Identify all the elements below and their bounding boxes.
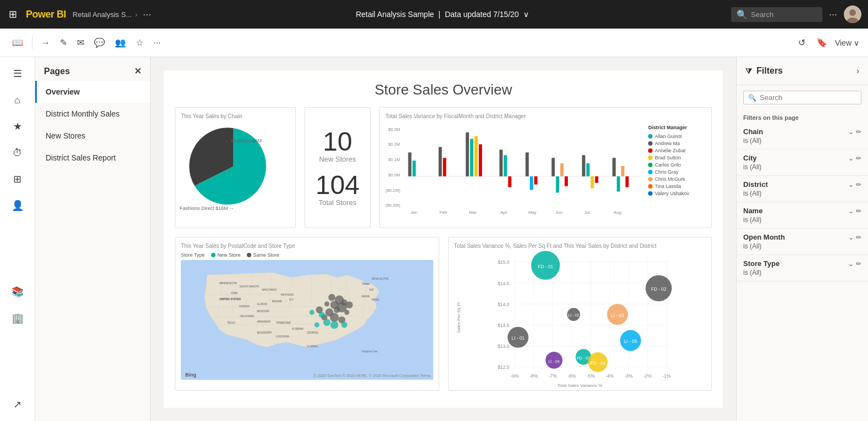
view-label: View [835,38,852,47]
bar-apr-2[interactable] [504,155,507,176]
bar-feb-2[interactable] [443,158,446,176]
bar-may-neg-2[interactable] [534,176,538,185]
mail-icon[interactable]: ✉ [74,34,87,51]
map-chart-title: This Year Sales by PostalCode and Store … [181,243,433,249]
bar-jul-neg-2[interactable] [595,176,598,183]
nav-search-input[interactable] [751,10,817,19]
bar-aug-neg-2[interactable] [626,176,629,187]
filters-search-box[interactable]: 🔍 [743,91,861,104]
sidebar-item-learn[interactable]: 📚 [5,280,30,304]
map-dot-new-4[interactable] [314,323,319,328]
page-item-district-sales-report[interactable]: District Sales Report [35,147,150,169]
user-avatar[interactable] [844,5,861,23]
bar-mar-3[interactable] [474,136,478,176]
filter-chain-clear[interactable]: ✏ [856,128,861,136]
report-title: Retail Analysis Sample [356,10,434,19]
sidebar-item-apps[interactable]: ⊞ [5,167,30,191]
filter-city-chevron[interactable]: ⌄ [848,154,854,162]
map-dot-5[interactable] [324,301,329,306]
filter-open-month-chevron[interactable]: ⌄ [848,234,854,241]
bing-logo: Bing [185,372,196,378]
sidebar-item-shared[interactable]: 👤 [5,193,30,218]
edit-icon[interactable]: ✎ [57,34,70,51]
bar-mar-2[interactable] [470,139,473,176]
bar-aug-neg-1[interactable] [617,176,620,192]
bar-jan-1[interactable] [408,152,412,176]
bar-aug-2[interactable] [621,166,624,176]
map-dot-new-5[interactable] [330,321,339,329]
chat-icon[interactable]: 💬 [91,34,108,51]
filter-city-clear[interactable]: ✏ [856,154,861,162]
filters-search-input[interactable] [760,93,856,102]
store-type-legend: Store Type New Store Same Store [181,252,433,258]
bar-jul-1[interactable] [582,155,585,176]
toolbar-more-icon[interactable]: ··· [150,35,164,51]
bubble-chart-content: Sales Per Sq Ft $15.0 $14.5 $14.0 $13.5 … [454,252,706,383]
breadcrumb-dots[interactable]: ··· [141,7,153,23]
page-item-new-stores[interactable]: New Stores [35,125,150,147]
bar-aug-1[interactable] [612,158,616,176]
favorite-icon[interactable]: ☆ [132,34,147,51]
filter-store-type-clear[interactable]: ✏ [856,260,861,268]
map-dot-13[interactable] [330,313,339,322]
reading-view-icon[interactable]: 📖 [9,34,26,51]
sidebar-item-home[interactable]: ⌂ [5,88,30,112]
filter-store-type-name: Store Type [743,259,779,268]
map-dot-new-2[interactable] [309,310,314,315]
map-dot-1[interactable] [328,294,335,301]
bar-may-1[interactable] [526,152,529,176]
filter-name-clear[interactable]: ✏ [856,207,861,215]
filter-chain-chevron[interactable]: ⌄ [848,128,854,136]
map-dot-new-3[interactable] [323,319,330,326]
map-dot-8[interactable] [334,307,340,313]
filters-expand-icon[interactable]: › [856,67,859,75]
bar-mar-4[interactable] [479,145,482,176]
filter-store-type-chevron[interactable]: ⌄ [848,260,854,268]
nav-search-box[interactable]: 🔍 [731,7,822,22]
filter-city: City ⌄ ✏ is (All) [737,149,868,176]
svg-text:KANSAS: KANSAS [240,305,250,308]
bar-feb-1[interactable] [439,147,442,176]
nav-more-button[interactable]: ··· [829,9,837,20]
bar-jun-neg-2[interactable] [565,176,568,186]
sidebar-item-external[interactable]: ↗ [5,392,30,417]
cross-report-icon[interactable]: → [38,35,53,51]
map-container[interactable]: MINNESOTA SOUTH DAKOTA WISCONSIN IOWA UN… [181,260,433,380]
page-item-district-monthly-sales[interactable]: District Monthly Sales [35,103,150,125]
grid-icon[interactable]: ⊞ [7,6,19,23]
breadcrumb-text[interactable]: Retail Analysis S... [73,10,132,19]
filter-district-chevron[interactable]: ⌄ [848,181,854,189]
svg-text:-9%: -9% [511,373,519,379]
map-dot-new-1[interactable] [319,312,325,318]
chevron-down-nav-icon[interactable]: ∨ [523,10,529,19]
bar-may-neg-1[interactable] [530,176,533,190]
bar-jul-2[interactable] [587,163,590,176]
sidebar-item-favorites[interactable]: ★ [5,114,30,139]
sidebar-item-workspace[interactable]: 🏢 [5,306,30,330]
bar-jun-neg-1[interactable] [556,176,559,193]
pages-close-button[interactable]: ✕ [134,66,141,76]
bar-jan-2[interactable] [412,160,416,176]
filter-district-clear[interactable]: ✏ [856,181,861,189]
filter-name-chevron[interactable]: ⌄ [848,207,854,215]
sidebar-item-hamburger[interactable]: ☰ [5,62,30,86]
bar-apr-1[interactable] [500,149,503,176]
svg-text:MICHIGAN: MICHIGAN [281,293,294,296]
pages-panel: Pages ✕ Overview District Monthly Sales … [35,57,151,421]
map-dot-6[interactable] [346,301,353,308]
bookmark-icon[interactable]: 🔖 [813,34,831,51]
bar-mar-1[interactable] [466,132,469,176]
bar-jul-neg-1[interactable] [591,176,594,189]
page-item-overview[interactable]: Overview [35,81,150,103]
filter-district-value: is (All) [743,190,861,197]
bar-apr-neg-1[interactable] [508,176,511,187]
sidebar-item-recent[interactable]: ⏱ [5,141,30,165]
filter-open-month-clear[interactable]: ✏ [856,234,861,241]
view-button[interactable]: View ∨ [835,38,859,47]
map-dot-new-6[interactable] [341,322,347,328]
teams-icon[interactable]: 👥 [112,34,129,51]
map-dot-10[interactable] [344,310,349,315]
undo-icon[interactable]: ↺ [795,34,809,51]
bar-jun-1[interactable] [551,158,555,176]
bar-jun-2[interactable] [560,163,563,176]
